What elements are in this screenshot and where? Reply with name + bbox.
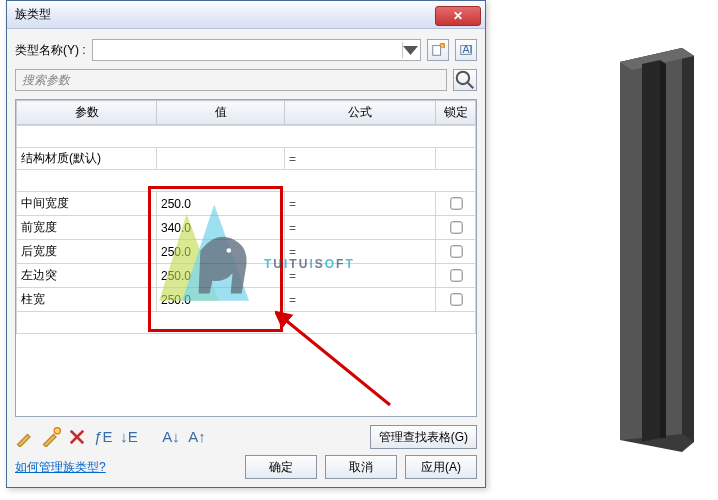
lock-checkbox[interactable]: [450, 245, 462, 257]
search-icon: [454, 69, 476, 91]
moveup-icon[interactable]: ƒE: [93, 427, 113, 447]
rename-icon: AI: [459, 43, 473, 57]
param-formula-cell[interactable]: [285, 264, 436, 288]
param-lock-cell[interactable]: [436, 148, 476, 170]
param-lock-cell[interactable]: [436, 216, 476, 240]
delete-param-icon[interactable]: [67, 427, 87, 447]
param-lock-cell[interactable]: [436, 264, 476, 288]
col-value[interactable]: 值: [157, 101, 285, 125]
cancel-button[interactable]: 取消: [325, 455, 397, 479]
table-row: 后宽度250.0: [17, 240, 476, 264]
bottom-toolbar: ƒE ↓E A↓ A↑ 管理查找表格(G): [15, 425, 477, 449]
param-name-cell[interactable]: 结构材质(默认): [17, 148, 157, 170]
search-row: 搜索参数: [15, 69, 477, 91]
param-lock-cell[interactable]: [436, 288, 476, 312]
new-type-button[interactable]: [427, 39, 449, 61]
section-header[interactable]: 材质和装饰⌄: [17, 126, 476, 148]
param-value-cell[interactable]: 250.0: [157, 192, 285, 216]
movedown-icon[interactable]: ↓E: [119, 427, 139, 447]
param-tool-icons: ƒE ↓E A↓ A↑: [15, 427, 207, 447]
grid-body: 材质和装饰⌄结构材质(默认)尺寸标注⌄中间宽度250.0前宽度340.0后宽度2…: [16, 125, 476, 334]
param-lock-cell[interactable]: [436, 192, 476, 216]
lock-checkbox[interactable]: [450, 293, 462, 305]
type-name-select[interactable]: [92, 39, 421, 61]
svg-text:AI: AI: [463, 43, 473, 55]
table-row: 结构材质(默认): [17, 148, 476, 170]
dialog-title: 族类型: [15, 6, 51, 23]
sort-desc-icon[interactable]: A↑: [187, 427, 207, 447]
param-value-cell[interactable]: 340.0: [157, 216, 285, 240]
svg-point-4: [457, 72, 469, 84]
search-input[interactable]: 搜索参数: [15, 69, 447, 91]
section-header[interactable]: 尺寸标注⌄: [17, 170, 476, 192]
svg-text:↓E: ↓E: [120, 428, 138, 445]
svg-marker-21: [642, 60, 660, 442]
param-formula-cell[interactable]: [285, 240, 436, 264]
table-row: 柱宽250.0: [17, 288, 476, 312]
col-formula[interactable]: 公式: [285, 101, 436, 125]
param-name-cell[interactable]: 前宽度: [17, 216, 157, 240]
table-row: 前宽度340.0: [17, 216, 476, 240]
param-value-cell[interactable]: 250.0: [157, 288, 285, 312]
param-name-cell[interactable]: 柱宽: [17, 288, 157, 312]
chevron-down-icon: [402, 42, 418, 58]
new-param-icon[interactable]: [15, 427, 35, 447]
svg-text:A↓: A↓: [162, 428, 180, 445]
help-link[interactable]: 如何管理族类型?: [15, 459, 106, 476]
param-name-cell[interactable]: 后宽度: [17, 240, 157, 264]
svg-marker-22: [660, 60, 666, 438]
param-formula-cell[interactable]: [285, 216, 436, 240]
column-3d-preview: [612, 42, 702, 462]
col-param[interactable]: 参数: [17, 101, 157, 125]
type-name-label: 类型名称(Y) :: [15, 42, 86, 59]
param-name-cell[interactable]: 左边突: [17, 264, 157, 288]
svg-text:ƒE: ƒE: [94, 428, 112, 445]
footer-row: 如何管理族类型? 确定 取消 应用(A): [15, 455, 477, 479]
param-value-cell[interactable]: [157, 148, 285, 170]
param-lock-cell[interactable]: [436, 240, 476, 264]
col-lock[interactable]: 锁定: [436, 101, 476, 125]
table-row: 左边突250.0: [17, 264, 476, 288]
param-formula-cell[interactable]: [285, 192, 436, 216]
svg-marker-19: [682, 48, 694, 442]
svg-point-6: [54, 428, 60, 434]
grid-header: 参数 值 公式 锁定: [16, 100, 476, 125]
svg-text:A↑: A↑: [188, 428, 206, 445]
family-types-dialog: 族类型 ✕ 类型名称(Y) : AI 搜索参数: [6, 0, 486, 488]
param-name-cell[interactable]: 中间宽度: [17, 192, 157, 216]
param-value-cell[interactable]: 250.0: [157, 264, 285, 288]
lock-checkbox[interactable]: [450, 269, 462, 281]
parameter-grid: 参数 值 公式 锁定 材质和装饰⌄结构材质(默认)尺寸标注⌄中间宽度250.0前…: [15, 99, 477, 417]
lock-checkbox[interactable]: [450, 197, 462, 209]
table-row: 中间宽度250.0: [17, 192, 476, 216]
close-button[interactable]: ✕: [435, 6, 481, 26]
svg-rect-0: [433, 46, 441, 56]
search-placeholder: 搜索参数: [22, 72, 70, 89]
param-value-cell[interactable]: 250.0: [157, 240, 285, 264]
modify-param-icon[interactable]: [41, 427, 61, 447]
type-name-row: 类型名称(Y) : AI: [15, 39, 477, 61]
param-formula-cell[interactable]: [285, 148, 436, 170]
close-icon: ✕: [453, 9, 463, 23]
param-formula-cell[interactable]: [285, 288, 436, 312]
lock-checkbox[interactable]: [450, 221, 462, 233]
sort-asc-icon[interactable]: A↓: [161, 427, 181, 447]
manage-lookup-button[interactable]: 管理查找表格(G): [370, 425, 477, 449]
search-button[interactable]: [453, 69, 477, 91]
rename-type-button[interactable]: AI: [455, 39, 477, 61]
svg-line-5: [468, 83, 474, 89]
new-type-icon: [431, 43, 445, 57]
svg-point-1: [441, 44, 445, 48]
dialog-titlebar[interactable]: 族类型 ✕: [7, 1, 485, 29]
apply-button[interactable]: 应用(A): [405, 455, 477, 479]
ok-button[interactable]: 确定: [245, 455, 317, 479]
section-header[interactable]: 标识数据⌄: [17, 312, 476, 334]
grid-body-scroll[interactable]: 材质和装饰⌄结构材质(默认)尺寸标注⌄中间宽度250.0前宽度340.0后宽度2…: [16, 125, 476, 417]
